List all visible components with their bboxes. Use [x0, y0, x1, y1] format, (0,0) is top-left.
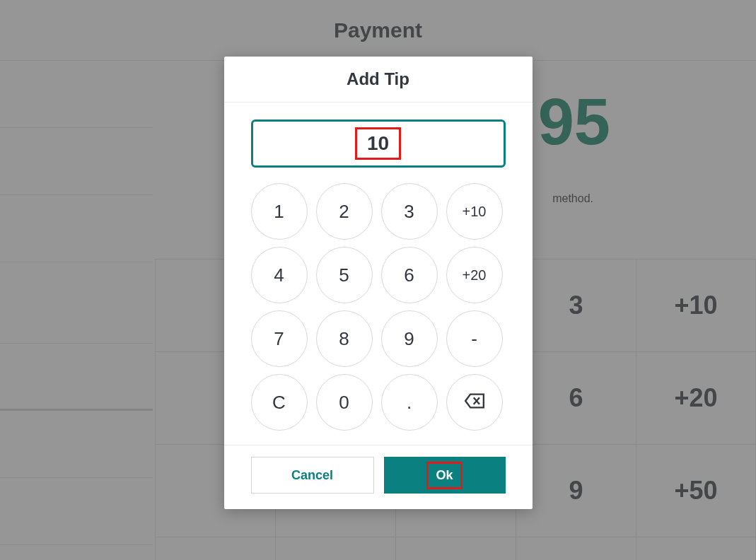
key-3[interactable]: 3: [381, 183, 438, 240]
key-9[interactable]: 9: [381, 310, 438, 367]
key-2[interactable]: 2: [316, 183, 373, 240]
add-tip-modal: Add Tip 10 123+10456+20789-C0. Cancel Ok: [224, 57, 533, 509]
key-5[interactable]: 5: [316, 247, 373, 303]
modal-title: Add Tip: [224, 57, 533, 103]
ok-button-label: Ok: [426, 462, 462, 489]
key-6[interactable]: 6: [381, 247, 438, 303]
ok-button[interactable]: Ok: [384, 457, 506, 494]
key-backspace[interactable]: [446, 374, 503, 431]
key-plus20[interactable]: +20: [446, 247, 503, 303]
key-7[interactable]: 7: [251, 310, 308, 367]
key-0[interactable]: 0: [316, 374, 373, 431]
key-4[interactable]: 4: [251, 247, 308, 303]
key-clear[interactable]: C: [251, 374, 308, 431]
key-dot[interactable]: .: [381, 374, 438, 431]
cancel-button[interactable]: Cancel: [251, 457, 374, 494]
key-minus[interactable]: -: [446, 310, 503, 367]
key-1[interactable]: 1: [251, 183, 308, 240]
keypad: 123+10456+20789-C0.: [251, 183, 506, 431]
key-plus10[interactable]: +10: [446, 183, 503, 240]
backspace-icon: [465, 392, 484, 414]
key-8[interactable]: 8: [316, 310, 373, 367]
tip-value: 10: [355, 127, 401, 160]
tip-display[interactable]: 10: [251, 119, 506, 168]
